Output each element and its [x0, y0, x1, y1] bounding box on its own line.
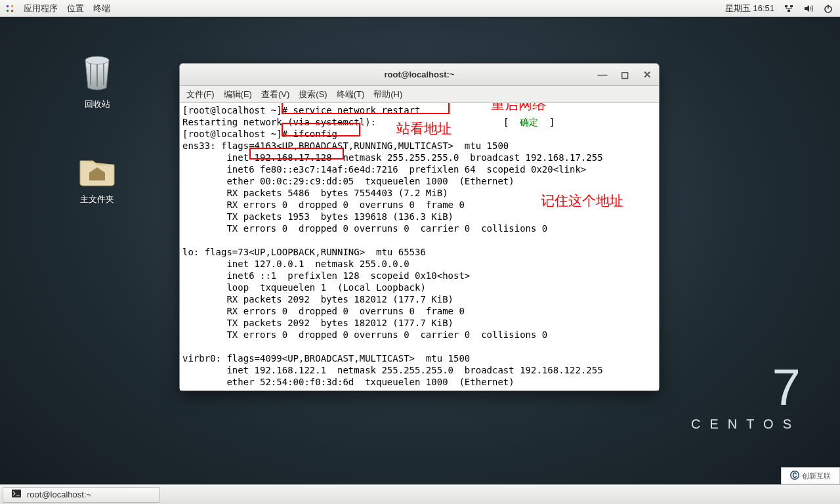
term-line: inet6 ::1 prefixlen 128 scopeid 0x10<hos…: [182, 270, 470, 281]
terminal-body[interactable]: [root@localhost ~]# service network rest…: [180, 103, 659, 390]
svg-point-2: [7, 9, 9, 12]
term-line: [root@localhost ~]: [182, 105, 282, 116]
trash-icon: [76, 52, 118, 94]
svg-point-3: [11, 9, 14, 12]
term-line: TX errors 0 dropped 0 overruns 0 carrier…: [182, 223, 547, 234]
term-line: TX errors 0 dropped 0 overruns 0 carrier…: [182, 329, 547, 340]
menu-applications[interactable]: 应用程序: [24, 3, 58, 14]
term-line: inet 192.168.122.1 netmask 255.255.255.0…: [182, 365, 603, 375]
svg-rect-4: [785, 5, 788, 7]
taskbar-item-terminal[interactable]: root@localhost:~: [3, 487, 160, 503]
term-line: RX errors 0 dropped 0 overruns 0 frame 0: [182, 306, 465, 316]
window-close-button[interactable]: ✕: [639, 66, 655, 82]
home-folder-icon: [76, 148, 118, 190]
svg-rect-5: [790, 5, 793, 7]
window-titlebar[interactable]: root@localhost:~ ― ◻ ✕: [180, 64, 659, 86]
clock-label[interactable]: 星期五 16:51: [725, 3, 774, 14]
svg-point-0: [7, 5, 9, 7]
trash-label: 回收站: [64, 98, 130, 110]
watermark: Ⓒ创新互联: [781, 467, 840, 484]
terminal-menubar: 文件(F) 编辑(E) 查看(V) 搜索(S) 终端(T) 帮助(H): [180, 86, 659, 103]
term-line: netmask 255.255.255.0 broadcast 192.168.…: [332, 152, 603, 163]
home-label: 主文件夹: [64, 194, 130, 205]
term-line: RX errors 0 dropped 0 overruns 0 frame 0: [182, 200, 465, 210]
bottom-taskbar: root@localhost:~: [0, 484, 840, 504]
term-line: TX packets 1953 bytes 139618 (136.3 KiB): [182, 211, 453, 222]
taskbar-label: root@localhost:~: [27, 490, 91, 499]
desktop-home[interactable]: 主文件夹: [64, 148, 130, 205]
menu-terminal[interactable]: 终端(T): [337, 89, 365, 100]
term-line: TX packets 2092 bytes 182012 (177.7 KiB): [182, 318, 453, 328]
power-icon[interactable]: [823, 3, 833, 14]
term-line: RX packets 2092 bytes 182012 (177.7 KiB): [182, 294, 453, 304]
menu-file[interactable]: 文件(F): [186, 89, 215, 100]
term-line: inet: [182, 152, 255, 163]
centos-wallpaper-logo: 7 CENTOS: [691, 362, 801, 432]
term-line: loop txqueuelen 1 (Local Loopback): [182, 282, 426, 293]
volume-icon[interactable]: [803, 3, 814, 14]
ok-label: 确定: [520, 117, 538, 127]
term-line: Restarting network (via systemctl):: [182, 117, 376, 127]
svg-rect-10: [12, 490, 21, 497]
centos-seven: 7: [691, 362, 801, 413]
term-line: # service network restart: [282, 105, 421, 116]
menu-edit[interactable]: 编辑(E): [224, 89, 252, 100]
annotation-restart: 重启网络: [491, 103, 546, 110]
network-icon[interactable]: [784, 3, 794, 14]
term-line: [root@localhost ~]: [182, 129, 282, 139]
term-line: inet6 fe80::e3c7:14af:6e4d:7216 prefixle…: [182, 164, 586, 175]
menu-help[interactable]: 帮助(H): [373, 89, 402, 100]
menu-places[interactable]: 位置: [67, 3, 84, 14]
window-minimize-button[interactable]: ―: [595, 66, 610, 82]
term-line: [: [376, 117, 520, 127]
watermark-text: 创新互联: [802, 471, 831, 481]
menu-search[interactable]: 搜索(S): [299, 89, 327, 100]
menu-view[interactable]: 查看(V): [261, 89, 289, 100]
menu-terminal[interactable]: 终端: [93, 3, 110, 14]
centos-word: CENTOS: [691, 417, 801, 432]
annotation-remember: 记住这个地址: [541, 195, 623, 207]
activities-icon: [5, 4, 14, 13]
gnome-topbar: 应用程序 位置 终端 星期五 16:51: [0, 0, 840, 17]
term-line: ether 52:54:00:f0:3d:6d txqueuelen 1000 …: [182, 377, 514, 387]
term-line: ether 00:0c:29:c9:dd:05 txqueuelen 1000 …: [182, 176, 514, 186]
term-line: virbr0: flags=4099<UP,BROADCAST,MULTICAS…: [182, 353, 470, 364]
svg-rect-6: [788, 10, 790, 12]
term-line: inet 127.0.0.1 netmask 255.0.0.0: [182, 259, 410, 269]
ip-address: 192.168.17.128: [255, 152, 332, 163]
desktop-trash[interactable]: 回收站: [64, 52, 130, 110]
window-maximize-button[interactable]: ◻: [617, 66, 633, 82]
term-line: lo: flags=73<UP,LOOPBACK,RUNNING> mtu 65…: [182, 247, 426, 257]
term-line: ens33: flags=4163<UP,BROADCAST,RUNNING,M…: [182, 140, 509, 151]
term-line: ]: [538, 117, 555, 127]
terminal-window: root@localhost:~ ― ◻ ✕ 文件(F) 编辑(E) 查看(V)…: [179, 63, 660, 391]
terminal-icon: [11, 488, 22, 501]
svg-point-1: [11, 5, 14, 7]
term-line: # ifconfig: [282, 129, 337, 139]
window-title: root@localhost:~: [385, 70, 455, 79]
svg-point-9: [85, 56, 109, 64]
term-line: RX packets 5486 bytes 7554403 (7.2 MiB): [182, 188, 448, 198]
